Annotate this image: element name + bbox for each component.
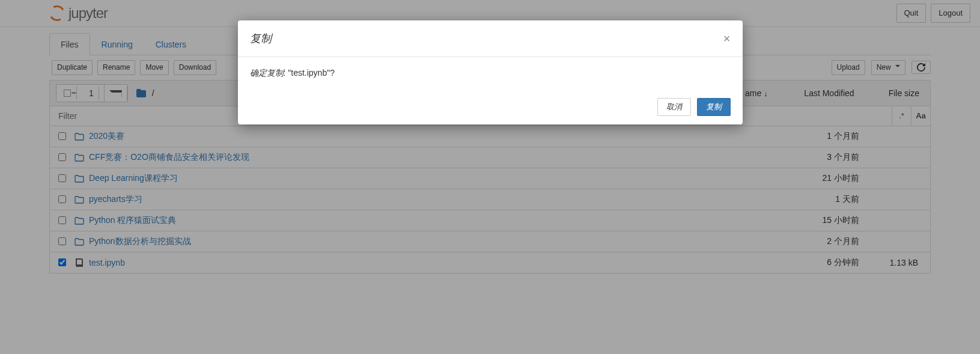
modal-body-suffix: "? bbox=[327, 68, 335, 78]
modal-body-sep: : " bbox=[284, 68, 291, 78]
modal-footer: 取消 复制 bbox=[238, 90, 743, 124]
modal-cancel-button[interactable]: 取消 bbox=[657, 98, 691, 116]
modal-body: 确定复制: "test.ipynb"? bbox=[238, 57, 743, 90]
close-icon: × bbox=[723, 32, 731, 45]
modal-overlay[interactable]: 复制 × 确定复制: "test.ipynb"? 取消 复制 bbox=[0, 0, 980, 273]
modal-title: 复制 bbox=[250, 31, 272, 46]
copy-modal: 复制 × 确定复制: "test.ipynb"? 取消 复制 bbox=[238, 20, 743, 124]
modal-body-prefix: 确定复制 bbox=[250, 69, 284, 78]
modal-confirm-button[interactable]: 复制 bbox=[697, 98, 731, 116]
modal-body-target: test.ipynb bbox=[291, 68, 327, 78]
modal-close-button[interactable]: × bbox=[723, 32, 731, 44]
modal-header: 复制 × bbox=[238, 20, 743, 57]
